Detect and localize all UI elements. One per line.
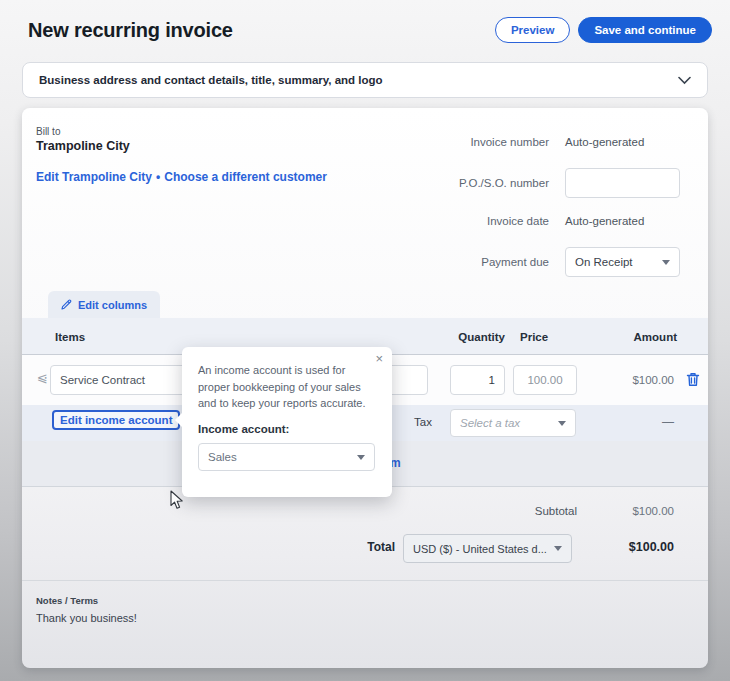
currency-value: USD ($) - United States d... (413, 543, 547, 555)
drag-handle-icon[interactable]: ⩿ (37, 371, 48, 384)
pencil-icon (61, 299, 72, 310)
income-account-select[interactable]: Sales (198, 443, 375, 471)
item-price-input[interactable] (513, 365, 577, 395)
quantity-column-header: Quantity (458, 331, 505, 343)
price-column-header: Price (520, 331, 548, 343)
caret-down-icon (554, 546, 562, 551)
invoice-number-value: Auto-generated (565, 136, 680, 148)
business-details-accordion[interactable]: Business address and contact details, ti… (22, 62, 708, 98)
payment-due-value: On Receipt (575, 256, 633, 268)
preview-button[interactable]: Preview (495, 17, 570, 43)
subtotal-value: $100.00 (632, 505, 674, 517)
caret-down-icon (357, 455, 365, 460)
save-and-continue-button[interactable]: Save and continue (578, 17, 712, 43)
po-number-row: P.O./S.O. number (459, 168, 680, 198)
invoice-number-label: Invoice number (470, 136, 549, 148)
invoice-date-value: Auto-generated (565, 215, 680, 227)
tooltip-body-text: An income account is used for proper boo… (198, 362, 377, 412)
currency-select[interactable]: USD ($) - United States d... (403, 534, 572, 563)
po-number-input[interactable] (565, 168, 680, 198)
edit-customer-link[interactable]: Edit Trampoline City (36, 170, 152, 184)
payment-due-row: Payment due On Receipt (481, 247, 680, 277)
close-icon[interactable]: × (375, 351, 383, 367)
notes-terms-label: Notes / Terms (36, 595, 98, 606)
page-header: New recurring invoice Preview Save and c… (28, 17, 712, 43)
link-separator: • (152, 170, 164, 184)
po-number-label: P.O./S.O. number (459, 177, 549, 189)
notes-terms-value[interactable]: Thank you business! (36, 612, 137, 624)
item-amount-value: $100.00 (632, 374, 674, 386)
subtotal-label: Subtotal (535, 505, 577, 517)
tax-select[interactable]: Select a tax (450, 409, 576, 437)
edit-columns-button[interactable]: Edit columns (48, 291, 160, 318)
total-value: $100.00 (629, 540, 674, 554)
bill-to-label: Bill to (36, 126, 60, 137)
invoice-date-label: Invoice date (487, 215, 549, 227)
trash-icon[interactable] (686, 372, 700, 387)
payment-due-label: Payment due (481, 256, 549, 268)
income-account-value: Sales (208, 451, 237, 463)
customer-name: Trampoline City (36, 139, 130, 153)
tax-amount-value: — (662, 415, 674, 429)
income-account-label: Income account: (198, 423, 377, 435)
notes-divider (22, 580, 708, 581)
income-account-tooltip: × An income account is used for proper b… (182, 347, 392, 497)
items-column-header: Items (55, 331, 85, 343)
page-title: New recurring invoice (28, 19, 233, 42)
new-recurring-invoice-page: New recurring invoice Preview Save and c… (0, 0, 730, 681)
edit-income-account-link[interactable]: Edit income account (52, 410, 180, 430)
choose-different-customer-link[interactable]: Choose a different customer (164, 170, 327, 184)
accordion-label: Business address and contact details, ti… (39, 74, 383, 86)
caret-down-icon (662, 260, 670, 265)
edit-columns-label: Edit columns (78, 299, 147, 311)
chevron-down-icon (678, 76, 691, 85)
header-actions: Preview Save and continue (495, 17, 712, 43)
item-quantity-input[interactable] (450, 365, 505, 395)
tax-label: Tax (414, 416, 432, 428)
caret-down-icon (558, 421, 566, 426)
customer-links: Edit Trampoline City•Choose a different … (36, 170, 327, 184)
amount-column-header: Amount (634, 331, 677, 343)
tax-select-placeholder: Select a tax (460, 417, 520, 429)
invoice-date-row: Invoice date Auto-generated (487, 215, 680, 227)
total-label: Total (367, 540, 395, 554)
payment-due-select[interactable]: On Receipt (565, 247, 680, 277)
invoice-number-row: Invoice number Auto-generated (470, 136, 680, 148)
